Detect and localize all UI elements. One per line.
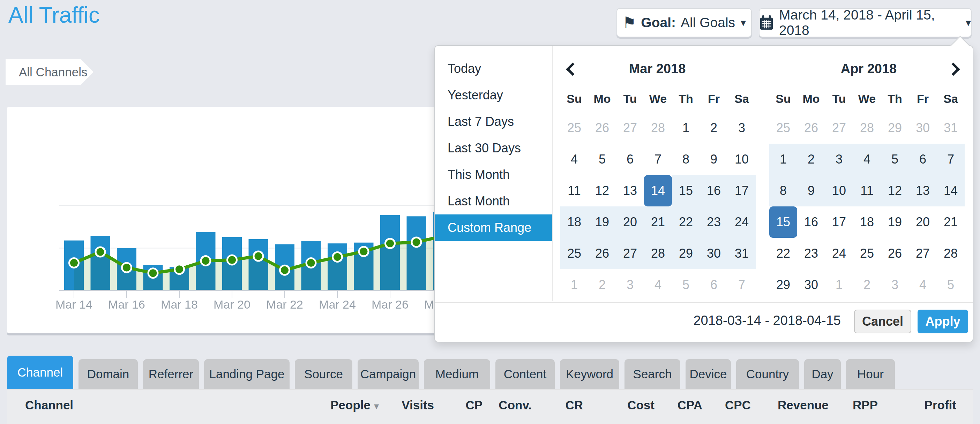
day-cell[interactable]: 6 (700, 269, 728, 300)
day-cell[interactable]: 27 (909, 238, 937, 269)
day-cell[interactable]: 17 (825, 206, 853, 238)
day-cell[interactable]: 18 (560, 206, 588, 238)
preset-item-this-month[interactable]: This Month (435, 162, 552, 188)
conversions-point-mar-23[interactable] (306, 258, 316, 268)
day-cell[interactable]: 5 (588, 144, 616, 175)
tab-medium[interactable]: Medium (424, 359, 490, 389)
preset-item-today[interactable]: Today (435, 56, 552, 82)
day-cell[interactable]: 31 (937, 112, 965, 144)
day-cell[interactable]: 3 (825, 144, 853, 175)
tab-day[interactable]: Day (804, 359, 841, 389)
day-cell[interactable]: 17 (728, 175, 756, 206)
conversions-point-mar-19[interactable] (201, 256, 210, 265)
preset-item-custom-range[interactable]: Custom Range (435, 214, 552, 241)
day-cell[interactable]: 1 (769, 144, 797, 175)
day-cell[interactable]: 14 (937, 175, 965, 206)
day-cell[interactable]: 6 (909, 144, 937, 175)
day-cell[interactable]: 11 (853, 175, 881, 206)
day-cell[interactable]: 21 (937, 206, 965, 238)
day-cell[interactable]: 6 (616, 144, 644, 175)
day-cell[interactable]: 27 (825, 112, 853, 144)
conversions-point-mar-25[interactable] (359, 247, 368, 256)
day-cell[interactable]: 28 (853, 112, 881, 144)
day-cell[interactable]: 27 (616, 238, 644, 269)
day-cell[interactable]: 20 (616, 206, 644, 238)
day-cell[interactable]: 12 (588, 175, 616, 206)
day-cell[interactable]: 21 (644, 206, 672, 238)
cancel-button[interactable]: Cancel (854, 310, 911, 333)
daterange-button[interactable]: March 14, 2018 - April 15, 2018 (759, 8, 972, 37)
day-cell[interactable]: 2 (853, 269, 881, 300)
day-cell[interactable]: 5 (672, 269, 700, 300)
conversions-point-mar-14[interactable] (69, 258, 79, 268)
day-cell[interactable]: 29 (769, 269, 797, 300)
day-cell[interactable]: 26 (588, 238, 616, 269)
day-cell[interactable]: 11 (560, 175, 588, 206)
day-cell[interactable]: 4 (644, 269, 672, 300)
day-cell[interactable]: 22 (672, 206, 700, 238)
day-cell[interactable]: 26 (797, 112, 825, 144)
day-cell[interactable]: 1 (560, 269, 588, 300)
conversions-point-mar-21[interactable] (254, 251, 263, 261)
day-cell[interactable]: 18 (853, 206, 881, 238)
day-cell[interactable]: 7 (728, 269, 756, 300)
column-header-profit[interactable]: Profit (845, 398, 956, 412)
day-cell[interactable]: 23 (700, 206, 728, 238)
day-cell[interactable]: 25 (560, 112, 588, 144)
prev-month-icon[interactable] (565, 61, 580, 77)
tab-source[interactable]: Source (295, 359, 352, 389)
tab-campaign[interactable]: Campaign (358, 359, 418, 389)
day-cell[interactable]: 19 (588, 206, 616, 238)
day-cell[interactable]: 24 (728, 206, 756, 238)
tab-device[interactable]: Device (686, 359, 731, 389)
conversions-point-mar-22[interactable] (280, 265, 290, 275)
day-cell[interactable]: 28 (644, 238, 672, 269)
day-cell[interactable]: 28 (644, 112, 672, 144)
day-cell[interactable]: 8 (769, 175, 797, 206)
day-cell[interactable]: 22 (769, 238, 797, 269)
day-cell[interactable]: 3 (881, 269, 909, 300)
tab-channel[interactable]: Channel (7, 356, 73, 389)
day-cell[interactable]: 16 (797, 206, 825, 238)
day-cell[interactable]: 29 (881, 112, 909, 144)
day-cell[interactable]: 23 (797, 238, 825, 269)
column-header-channel[interactable]: Channel (25, 398, 73, 412)
day-cell[interactable]: 1 (825, 269, 853, 300)
day-cell[interactable]: 15 (672, 175, 700, 206)
conversions-point-mar-16[interactable] (122, 263, 132, 272)
day-cell[interactable]: 4 (560, 144, 588, 175)
day-cell[interactable]: 25 (769, 112, 797, 144)
day-cell[interactable]: 12 (881, 175, 909, 206)
day-cell[interactable]: 30 (700, 238, 728, 269)
conversions-point-mar-18[interactable] (175, 265, 184, 274)
day-cell[interactable]: 27 (616, 112, 644, 144)
day-cell[interactable]: 14 (644, 175, 672, 206)
day-cell[interactable]: 5 (937, 269, 965, 300)
preset-item-yesterday[interactable]: Yesterday (435, 82, 552, 108)
conversions-point-mar-24[interactable] (333, 252, 342, 262)
conversions-point-mar-27[interactable] (412, 237, 421, 247)
preset-item-last-7-days[interactable]: Last 7 Days (435, 108, 552, 135)
conversions-point-mar-26[interactable] (385, 239, 395, 248)
breadcrumb[interactable]: All Channels (6, 59, 94, 85)
day-cell[interactable]: 10 (728, 144, 756, 175)
tab-domain[interactable]: Domain (78, 359, 138, 389)
goal-selector-button[interactable]: Goal: All Goals (616, 8, 752, 37)
day-cell[interactable]: 26 (881, 238, 909, 269)
day-cell[interactable]: 13 (616, 175, 644, 206)
day-cell[interactable]: 10 (825, 175, 853, 206)
conversions-point-mar-15[interactable] (95, 247, 105, 257)
day-cell[interactable]: 8 (672, 144, 700, 175)
day-cell[interactable]: 30 (909, 112, 937, 144)
day-cell[interactable]: 20 (909, 206, 937, 238)
tab-content[interactable]: Content (495, 359, 555, 389)
next-month-icon[interactable] (945, 61, 961, 77)
day-cell[interactable]: 2 (588, 269, 616, 300)
day-cell[interactable]: 7 (644, 144, 672, 175)
day-cell[interactable]: 1 (672, 112, 700, 144)
day-cell[interactable]: 26 (588, 112, 616, 144)
conversions-point-mar-17[interactable] (148, 268, 158, 278)
conversions-point-mar-20[interactable] (228, 255, 237, 265)
day-cell[interactable]: 7 (937, 144, 965, 175)
day-cell[interactable]: 30 (797, 269, 825, 300)
